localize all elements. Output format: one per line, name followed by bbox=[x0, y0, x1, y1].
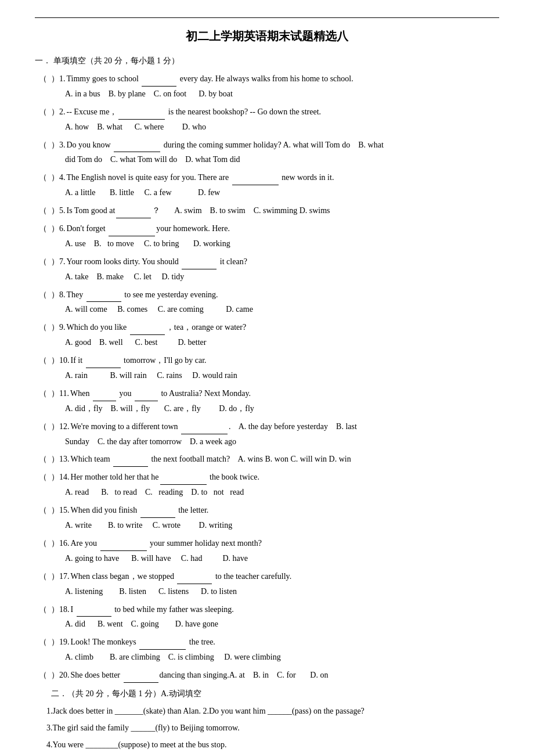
q10-num: 10. bbox=[59, 353, 70, 368]
q20-paren-close: ） bbox=[51, 668, 59, 683]
question-2: （ ）2. -- Excuse me， is the nearest books… bbox=[35, 104, 499, 135]
q3-num: 3. bbox=[59, 138, 66, 153]
q17-options: A. listening B. listen C. listens D. to … bbox=[35, 584, 499, 599]
q5-num: 5. bbox=[59, 203, 66, 218]
top-divider bbox=[35, 17, 499, 18]
q10-options: A. rain B. will rain C. rains D. would r… bbox=[35, 368, 499, 383]
q11-options: A. did，fly B. will，fly C. are，fly D. do，… bbox=[35, 401, 499, 416]
q9-options: A. good B. well C. best D. better bbox=[35, 335, 499, 350]
q18-paren-close: ） bbox=[51, 602, 59, 617]
q6-options: A. use B. to move C. to bring D. working bbox=[35, 236, 499, 251]
q7-paren-close: ） bbox=[51, 254, 59, 269]
question-1: （ ）1. Timmy goes to school every day. He… bbox=[35, 71, 499, 102]
section2-header: 二．（共 20 分，每小题 1 分）A.动词填空 bbox=[35, 689, 499, 699]
q15-options: A. write B. to write C. wrote D. writing bbox=[35, 518, 499, 533]
q4-blank bbox=[232, 170, 279, 185]
q16-options: A. going to have B. will have C. had D. … bbox=[35, 551, 499, 566]
q9-blank bbox=[130, 319, 165, 335]
q18-text: I to bed while my father was sleeping. bbox=[71, 602, 500, 617]
question-18: （ ）18. I to bed while my father was slee… bbox=[35, 602, 499, 632]
q18-blank bbox=[77, 602, 111, 617]
q14-text: Her mother told her that he the book twi… bbox=[71, 469, 500, 485]
q6-blank bbox=[109, 221, 155, 236]
q2-blank bbox=[118, 104, 165, 120]
question-10: （ ）10. If it tomorrow，I'll go by car. A.… bbox=[35, 352, 499, 383]
q17-blank bbox=[177, 568, 212, 584]
question-8: （ ）8. They to see me yesterday evening. … bbox=[35, 287, 499, 318]
q5-text: Is Tom good at ？ A. swim B. to swim C. s… bbox=[67, 203, 500, 218]
q9-num: 9. bbox=[59, 320, 66, 335]
q11-num: 11. bbox=[59, 386, 69, 401]
q7-text: Your room looks dirty. You should it cle… bbox=[67, 254, 500, 269]
q7-paren: （ bbox=[35, 254, 51, 269]
q8-num: 8. bbox=[59, 287, 66, 303]
q11-paren-close: ） bbox=[51, 386, 59, 401]
q14-blank bbox=[160, 469, 207, 485]
q9-paren: （ bbox=[35, 320, 51, 335]
q9-paren-close: ） bbox=[51, 320, 59, 335]
q8-text: They to see me yesterday evening. bbox=[67, 287, 500, 303]
q12-num: 12. bbox=[59, 419, 70, 434]
q12-text: We're moving to a different town . A. th… bbox=[71, 419, 500, 434]
q1-paren: （ bbox=[35, 71, 51, 87]
q1-paren-close: ） bbox=[51, 71, 59, 87]
q7-options: A. take B. make C. let D. tidy bbox=[35, 269, 499, 285]
question-16: （ ）16. Are you your summer holiday next … bbox=[35, 535, 499, 566]
q3-text: Do you know during the coming summer hol… bbox=[67, 137, 500, 153]
question-14: （ ）14. Her mother told her that he the b… bbox=[35, 469, 499, 500]
q13-blank bbox=[113, 451, 148, 467]
page-title: 初二上学期英语期末试题精选八 bbox=[35, 28, 499, 44]
q19-text: Look! The monkeys the tree. bbox=[71, 634, 500, 650]
q19-num: 19. bbox=[59, 635, 70, 650]
section2-q3: 4.You were ________(suppose) to meet at … bbox=[35, 737, 499, 752]
q5-blank bbox=[116, 203, 151, 218]
question-3: （ ）3. Do you know during the coming summ… bbox=[35, 137, 499, 168]
q16-text: Are you your summer holiday next month? bbox=[71, 535, 500, 551]
q19-paren: （ bbox=[35, 635, 51, 650]
q9-text: Which do you like ，tea，orange or water? bbox=[67, 319, 500, 335]
q11-paren: （ bbox=[35, 386, 51, 401]
question-15: （ ）15. When did you finish the letter. A… bbox=[35, 502, 499, 533]
q14-options: A. read B. to read C. reading D. to not … bbox=[35, 485, 499, 500]
question-9: （ ）9. Which do you like ，tea，orange or w… bbox=[35, 319, 499, 350]
q2-num: 2. bbox=[59, 105, 66, 120]
q8-paren-close: ） bbox=[51, 287, 59, 303]
q17-num: 17. bbox=[59, 569, 70, 584]
section2: 二．（共 20 分，每小题 1 分）A.动词填空 1.Jack does bet… bbox=[35, 689, 499, 753]
q1-options: A. in a bus B. by plane C. on foot D. by… bbox=[35, 87, 499, 102]
q16-blank bbox=[100, 535, 147, 551]
q17-paren-close: ） bbox=[51, 569, 59, 584]
q12-blank bbox=[181, 419, 228, 434]
q15-paren: （ bbox=[35, 503, 51, 518]
q14-num: 14. bbox=[59, 470, 70, 485]
q20-blank bbox=[124, 667, 158, 683]
q17-paren: （ bbox=[35, 569, 51, 584]
q2-paren: （ bbox=[35, 105, 51, 120]
question-19: （ ）19. Look! The monkeys the tree. A. cl… bbox=[35, 634, 499, 665]
q10-paren-close: ） bbox=[51, 353, 59, 368]
q15-paren-close: ） bbox=[51, 503, 59, 518]
q1-text: Timmy goes to school every day. He alway… bbox=[67, 71, 500, 87]
question-13: （ ）13. Which team the next football matc… bbox=[35, 451, 499, 467]
q13-paren: （ bbox=[35, 452, 51, 467]
q20-paren: （ bbox=[35, 668, 51, 683]
q11-text: When you to Australia? Next Monday. bbox=[70, 386, 499, 401]
question-6: （ ）6. Don't forget your homework. Here. … bbox=[35, 221, 499, 251]
q3-paren: （ bbox=[35, 138, 51, 153]
question-5: （ ）5. Is Tom good at ？ A. swim B. to swi… bbox=[35, 203, 499, 218]
question-4: （ ）4. The English novel is quite easy fo… bbox=[35, 170, 499, 200]
q6-text: Don't forget your homework. Here. bbox=[67, 221, 500, 236]
section2-q1: 1.Jack does better in _______(skate) tha… bbox=[35, 704, 499, 718]
q6-paren-close: ） bbox=[51, 221, 59, 236]
q13-paren-close: ） bbox=[51, 452, 59, 467]
section2-q2: 3.The girl said the family ______(fly) t… bbox=[35, 721, 499, 735]
q20-text: She does better dancing than singing.A. … bbox=[71, 667, 500, 683]
q7-num: 7. bbox=[59, 254, 66, 269]
q19-options: A. climb B. are climbing C. is climbing … bbox=[35, 650, 499, 665]
question-7: （ ）7. Your room looks dirty. You should … bbox=[35, 254, 499, 285]
q18-paren: （ bbox=[35, 602, 51, 617]
q8-options: A. will come B. comes C. are coming D. c… bbox=[35, 302, 499, 317]
q4-paren-close: ） bbox=[51, 170, 59, 185]
q16-paren: （ bbox=[35, 536, 51, 551]
q13-num: 13. bbox=[59, 452, 70, 467]
